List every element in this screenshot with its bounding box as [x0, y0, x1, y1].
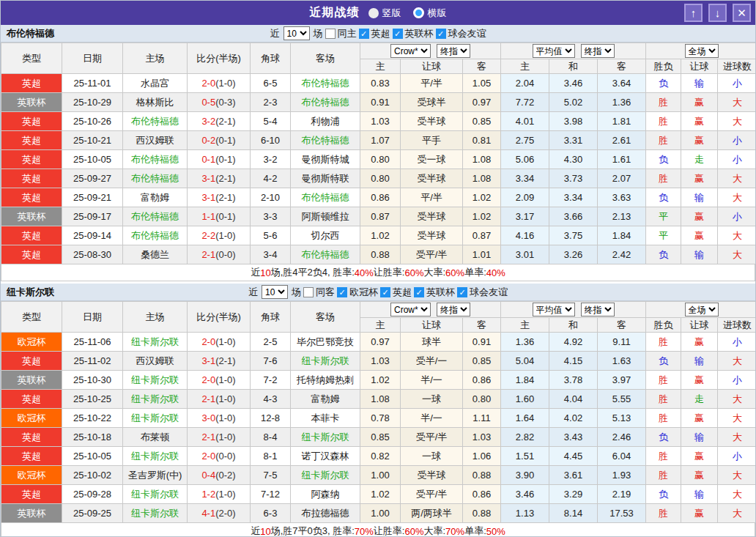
away-odds: 0.85 [463, 112, 501, 131]
halftime-score: (0-0) [215, 249, 235, 260]
bookmaker-select[interactable]: Crow* [390, 44, 431, 58]
avg-away-odds: 1.36 [598, 93, 646, 112]
summary-text: 让胜率: [374, 266, 405, 279]
match-date: 25-10-18 [62, 428, 123, 447]
score-cell: 1-2(1-0) [188, 485, 251, 504]
summary-text: 让胜率: [374, 525, 405, 537]
result-handicap: 赢 [681, 504, 718, 523]
summary-stat-value: 10 [260, 267, 270, 278]
league-checkbox-checked-icon[interactable]: ✓ [436, 29, 446, 39]
home-odds: 0.78 [360, 409, 401, 428]
away-odds: 1.03 [463, 428, 501, 447]
fulltime-select[interactable]: 全场 [685, 44, 719, 58]
subcolumn-header: 主 [501, 59, 549, 74]
radio-circle-icon[interactable] [413, 7, 424, 18]
close-button[interactable]: ✕ [733, 4, 751, 22]
result-outcome: 负 [646, 150, 681, 169]
final-odds-select[interactable]: 终指 [437, 44, 470, 58]
average-select[interactable]: 平均值 [533, 44, 575, 58]
away-odds: 0.80 [463, 390, 501, 409]
avg-draw-odds: 4.30 [549, 150, 598, 169]
halftime-score: (1-0) [215, 489, 235, 500]
away-team: 切尔西 [291, 226, 360, 245]
home-odds: 0.87 [360, 207, 401, 226]
table-row: 欧冠杯25-11-06纽卡斯尔联2-0(1-0)2-5毕尔巴鄂竞技0.97球半0… [1, 333, 756, 352]
corner-count: 2-5 [251, 333, 291, 352]
match-count-select[interactable]: 10 [284, 26, 310, 40]
subcolumn-header: 进球数 [718, 318, 756, 333]
avg-home-odds: 3.17 [501, 207, 549, 226]
away-odds: 0.88 [463, 504, 501, 523]
result-goals: 小 [718, 333, 756, 352]
bookmaker-select[interactable]: Crow* [390, 303, 431, 316]
radio-vertical-layout[interactable]: 竖版 [368, 7, 401, 20]
sections-container: 布伦特福德近10场同主✓英超✓英联杯✓球会友谊类型日期主场比分(半场)角球客场C… [1, 25, 755, 537]
league-checkbox-checked-icon[interactable]: ✓ [337, 287, 347, 297]
home-team: 纽卡斯尔联 [123, 447, 188, 466]
match-type-badge: 英超 [1, 150, 62, 169]
home-team: 布莱顿 [123, 428, 188, 447]
same-venue-checkbox-unchecked-icon[interactable] [325, 29, 336, 39]
home-odds: 0.88 [360, 245, 401, 264]
home-odds: 1.03 [360, 352, 401, 371]
handicap-line: 受半球 [401, 207, 463, 226]
move-up-button[interactable]: ↑ [684, 4, 703, 22]
match-date: 25-10-02 [62, 466, 123, 485]
average-select[interactable]: 平均值 [533, 303, 575, 316]
avg-draw-odds: 3.98 [549, 112, 598, 131]
score-cell: 0-2(0-1) [188, 131, 251, 150]
score-cell: 2-1(0-0) [188, 245, 251, 264]
league-checkbox-checked-icon[interactable]: ✓ [380, 287, 390, 297]
result-goals: 大 [718, 390, 756, 409]
radio-circle-icon[interactable] [368, 8, 379, 18]
summary-stat-value: 40% [355, 267, 374, 278]
league-checkbox-checked-icon[interactable]: ✓ [359, 29, 369, 39]
league-checkbox-checked-icon[interactable]: ✓ [457, 287, 467, 297]
subcolumn-header: 让球 [681, 59, 718, 74]
match-count-select[interactable]: 10 [262, 285, 288, 299]
score-cell: 3-2(2-1) [188, 112, 251, 131]
result-goals: 小 [718, 74, 756, 93]
away-team: 布拉德福德 [291, 504, 360, 523]
match-date: 25-10-21 [62, 131, 123, 150]
corner-count: 7-12 [251, 485, 291, 504]
subcolumn-header: 客 [598, 318, 646, 333]
result-goals: 大 [718, 93, 756, 112]
fulltime-select[interactable]: 全场 [685, 303, 719, 316]
handicap-line: 受平/半 [401, 428, 463, 447]
move-down-button[interactable]: ↓ [708, 4, 727, 22]
column-header: 比分(半场) [188, 302, 251, 333]
result-goals: 大 [718, 466, 756, 485]
league-checkbox-checked-icon[interactable]: ✓ [414, 287, 424, 297]
table-row: 英超25-09-28纽卡斯尔联1-2(1-0)7-12阿森纳1.02受平/半0.… [1, 485, 756, 504]
match-type-badge: 英超 [1, 245, 62, 264]
result-outcome: 胜 [646, 371, 681, 390]
avg-away-odds: 3.64 [598, 74, 646, 93]
handicap-line: 球半 [401, 333, 463, 352]
avg-home-odds: 4.01 [501, 112, 549, 131]
corner-count: 2-10 [251, 188, 291, 207]
same-venue-checkbox-unchecked-icon[interactable] [303, 287, 314, 297]
halftime-score: (1-0) [215, 230, 235, 241]
corner-count: 12-8 [251, 409, 291, 428]
score-cell: 1-1(0-1) [188, 207, 251, 226]
away-team: 阿斯顿维拉 [291, 207, 360, 226]
match-type-badge: 英联杯 [1, 504, 62, 523]
final-odds-select[interactable]: 终指 [581, 303, 615, 316]
away-odds: 1.02 [463, 207, 501, 226]
away-team: 布伦特福德 [291, 131, 360, 150]
fulltime-score: 2-0 [201, 451, 215, 462]
subcolumn-header: 让球 [401, 318, 463, 333]
away-team: 布伦特福德 [291, 188, 360, 207]
final-odds-select[interactable]: 终指 [581, 44, 615, 58]
fulltime-score: 0-2 [201, 135, 215, 146]
handicap-line: 半/一 [401, 409, 463, 428]
fulltime-score: 0-1 [201, 154, 215, 165]
final-odds-select[interactable]: 终指 [437, 303, 470, 316]
handicap-line: 受半球 [401, 226, 463, 245]
league-checkbox-checked-icon[interactable]: ✓ [393, 29, 403, 39]
corner-count: 6-5 [251, 74, 291, 93]
radio-horizontal-layout[interactable]: 横版 [413, 7, 447, 20]
corner-count: 7-5 [251, 466, 291, 485]
avg-home-odds: 2.75 [501, 131, 549, 150]
